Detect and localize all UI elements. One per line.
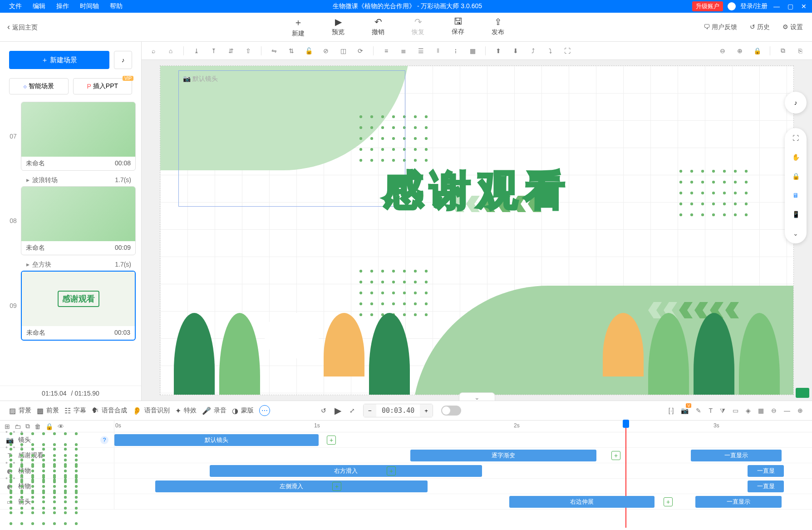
- track-lane[interactable]: 逐字渐变一直显示+: [114, 448, 812, 463]
- add-keyframe-button[interactable]: +: [664, 497, 673, 506]
- fullscreen-icon[interactable]: ⛶: [790, 133, 801, 144]
- flip-h-icon[interactable]: ⇋: [267, 45, 281, 57]
- asr-button[interactable]: 👂语音识别: [133, 406, 170, 415]
- minimize-icon[interactable]: —: [772, 2, 781, 11]
- redo-button[interactable]: ↷恢复: [412, 16, 424, 38]
- track-lane[interactable]: 左侧滑入一直显+: [114, 479, 812, 494]
- group-icon[interactable]: ▦: [758, 407, 764, 415]
- zoom-in-icon[interactable]: ⊕: [733, 45, 747, 57]
- canvas-stage[interactable]: 📷 默认镜头 感谢观看 ♪ ⛶ ✋ 🔒 🖥 📱 ⌄ ⌄: [142, 60, 812, 401]
- camera-bounds[interactable]: [178, 70, 405, 207]
- close-icon[interactable]: ✕: [799, 2, 808, 11]
- foreground-button[interactable]: ▩前景: [37, 406, 59, 415]
- record-button[interactable]: 🎤录音: [202, 406, 226, 415]
- subtitle-button[interactable]: ☷字幕: [64, 406, 86, 415]
- rotate-icon[interactable]: ⟳: [353, 45, 368, 57]
- select-icon[interactable]: ⌕: [146, 45, 161, 57]
- track-lane[interactable]: 右边伸展一直显示+: [114, 494, 812, 509]
- scene-item-07[interactable]: 未命名00:08: [21, 102, 136, 171]
- add-keyframe-button[interactable]: +: [327, 436, 336, 445]
- menu-timeline[interactable]: 时间轴: [80, 2, 99, 10]
- align-bottom-icon[interactable]: ⤓: [189, 45, 204, 57]
- zoom-slider-icon[interactable]: —: [784, 407, 790, 415]
- paste-icon[interactable]: ⎘: [793, 45, 807, 57]
- add-keyframe-button[interactable]: +: [387, 466, 396, 476]
- lock-icon[interactable]: 🔒: [790, 171, 801, 182]
- timeline-ruler[interactable]: 0s 1s 2s 3s: [114, 421, 812, 432]
- chevron-down-icon[interactable]: ⌄: [790, 228, 801, 239]
- mask-button[interactable]: ◑蒙版: [232, 406, 254, 415]
- maximize-icon[interactable]: ▢: [786, 2, 795, 11]
- layer-top-icon[interactable]: ⤴: [526, 45, 540, 57]
- back-home-button[interactable]: 返回主页: [7, 22, 38, 32]
- scene-item-09[interactable]: 感谢观看 未命名00:03: [21, 271, 136, 341]
- layer-up-icon[interactable]: ⬆: [491, 45, 506, 57]
- group-icon[interactable]: ▦: [465, 45, 480, 57]
- keyframe-icon[interactable]: ◈: [746, 407, 751, 415]
- layer-down-icon[interactable]: ⬇: [508, 45, 523, 57]
- track-dots[interactable]: • • •: [5, 475, 78, 529]
- timeline-clip[interactable]: 一直显: [748, 465, 784, 477]
- menu-action[interactable]: 操作: [56, 2, 69, 10]
- add-keyframe-button[interactable]: +: [332, 482, 341, 491]
- desktop-icon[interactable]: 🖥: [790, 190, 801, 201]
- timeline-clip[interactable]: 一直显示: [695, 496, 782, 508]
- zoom-out-icon[interactable]: ⊖: [715, 45, 730, 57]
- camera-icon[interactable]: 📷: [681, 407, 689, 415]
- scene-item-08[interactable]: 未命名00:09: [21, 186, 136, 255]
- effects-button[interactable]: ✦特效: [175, 406, 197, 415]
- text-icon[interactable]: T: [709, 407, 713, 415]
- track-lane[interactable]: 默认镜头+: [114, 432, 812, 447]
- play-icon[interactable]: ▶: [335, 405, 341, 416]
- menu-file[interactable]: 文件: [9, 2, 22, 10]
- frame-icon[interactable]: ▭: [733, 407, 738, 415]
- more-button[interactable]: ⋯: [259, 405, 270, 416]
- layer-bottom-icon[interactable]: ⤵: [543, 45, 557, 57]
- bracket-icon[interactable]: [·]: [669, 407, 674, 415]
- insert-ppt-button[interactable]: P插入PPTVIP: [73, 78, 133, 94]
- scene-music-button[interactable]: ♪: [114, 51, 132, 69]
- bgm-button[interactable]: ♪: [785, 92, 807, 114]
- mobile-icon[interactable]: 📱: [790, 209, 801, 220]
- align-center-icon[interactable]: ≣: [396, 45, 411, 57]
- menu-edit[interactable]: 编辑: [33, 2, 45, 10]
- publish-button[interactable]: ⇪发布: [492, 16, 504, 38]
- timeline-clip[interactable]: 右边伸展: [509, 496, 655, 508]
- align-right-icon[interactable]: ☰: [413, 45, 428, 57]
- bring-front-icon[interactable]: ⇧: [241, 45, 256, 57]
- delete-icon[interactable]: ⊘: [319, 45, 333, 57]
- new-scene-button[interactable]: ＋ 新建场景: [9, 51, 109, 69]
- align-top-icon[interactable]: ⤒: [207, 45, 221, 57]
- history-button[interactable]: ↺ 历史: [750, 23, 770, 31]
- timeline-clip[interactable]: 一直显示: [691, 450, 782, 461]
- distribute-h-icon[interactable]: ⫴: [431, 45, 445, 57]
- track-lane[interactable]: 右方滑入一直显+: [114, 463, 812, 478]
- fit-icon[interactable]: ⛶: [560, 45, 575, 57]
- filter-icon[interactable]: ⧩: [720, 407, 725, 415]
- lock-canvas-icon[interactable]: 🔒: [750, 45, 764, 57]
- snap-toggle[interactable]: [441, 406, 461, 416]
- preview-button[interactable]: ▶预览: [332, 16, 344, 38]
- tts-button[interactable]: 🗣语音合成: [92, 406, 127, 415]
- undo-button[interactable]: ↶撤销: [372, 16, 384, 38]
- playhead[interactable]: [623, 420, 629, 428]
- timeline-clip[interactable]: 右方滑入: [210, 465, 482, 477]
- zoom-out-tl-icon[interactable]: ⊖: [771, 407, 777, 415]
- smart-scene-button[interactable]: ⟐智能场景: [9, 78, 69, 94]
- crop-icon[interactable]: ◫: [336, 45, 350, 57]
- avatar-icon[interactable]: [728, 2, 736, 10]
- flip-v-icon[interactable]: ⇅: [284, 45, 299, 57]
- expand-timeline-button[interactable]: ⌄: [459, 392, 495, 401]
- timeline-clip[interactable]: 左侧滑入: [155, 480, 428, 492]
- add-keyframe-button[interactable]: +: [611, 451, 620, 460]
- rewind-icon[interactable]: ↺: [321, 407, 326, 414]
- transition-row[interactable]: ▸波浪转场1.7(s): [5, 174, 136, 186]
- edit-icon[interactable]: ✎: [696, 407, 701, 415]
- login-button[interactable]: 登录/注册: [740, 2, 768, 10]
- copy-icon[interactable]: ⧉: [776, 45, 790, 57]
- new-button[interactable]: ＋新建: [292, 16, 305, 38]
- upgrade-button[interactable]: 升级账户: [692, 1, 723, 11]
- main-title-text[interactable]: 感谢观看: [383, 163, 571, 218]
- save-button[interactable]: 🖫保存: [452, 16, 464, 38]
- time-plus-button[interactable]: +: [420, 404, 433, 417]
